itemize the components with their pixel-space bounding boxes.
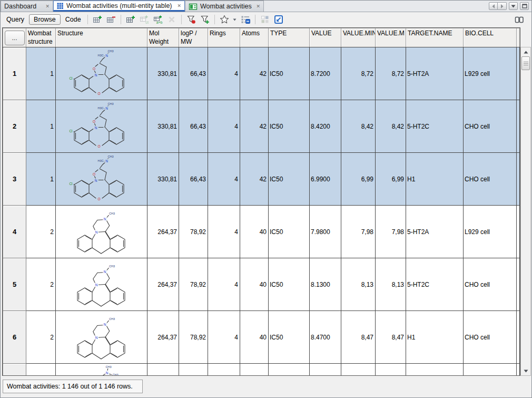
cell-value-min[interactable]: 6,99 (341, 153, 376, 206)
add-chemical-terms-field-button[interactable]: ct (139, 14, 150, 25)
cell-target-name[interactable] (406, 364, 464, 376)
cell-bio-cell[interactable]: CHO cell (464, 258, 517, 311)
cell-structure[interactable] (56, 100, 147, 153)
edit-filter-button[interactable] (185, 14, 197, 25)
cell-type[interactable]: IC50 (269, 258, 310, 311)
column-header-structure[interactable]: Structure (56, 28, 147, 47)
cell-structure[interactable] (56, 153, 147, 206)
cell-value[interactable]: 8.4200 (310, 100, 341, 153)
row-number[interactable]: 6 (3, 311, 26, 364)
cell-target-name[interactable]: 5-HT2A (406, 47, 464, 100)
cell-value-min[interactable] (341, 364, 376, 376)
cell-logp-mw[interactable]: 66,43 (179, 100, 208, 153)
column-header-target-name[interactable]: TARGET.NAME (406, 28, 464, 47)
cell-value-min[interactable]: 7,98 (341, 206, 376, 258)
row-number[interactable] (3, 364, 26, 376)
cell-rings[interactable]: 4 (208, 311, 240, 364)
cell-atoms[interactable]: 42 (240, 100, 269, 153)
cell-atoms[interactable]: 42 (240, 153, 269, 206)
favorites-dropdown-caret[interactable] (232, 14, 238, 25)
row-number[interactable]: 4 (3, 206, 26, 258)
cell-bio-cell[interactable]: L929 cell (464, 206, 517, 258)
scroll-tabs-right-button[interactable] (498, 2, 507, 10)
cell-value-max[interactable]: 8,13 (376, 258, 406, 311)
cell-value-min[interactable]: 8,72 (341, 47, 376, 100)
grid-view-button[interactable] (259, 14, 271, 25)
cell-atoms[interactable]: 40 (240, 258, 269, 311)
code-mode-button[interactable]: Code (63, 15, 84, 24)
cell-mol-weight[interactable]: 264,37 (147, 206, 179, 258)
tab-list-dropdown-button[interactable] (509, 2, 518, 10)
cell-atoms[interactable]: 40 (240, 311, 269, 364)
manage-lists-button[interactable] (240, 14, 251, 25)
tab-dashboard[interactable]: Dashboard ✕ (1, 1, 53, 12)
remove-row-button[interactable] (105, 14, 117, 25)
column-header-logp-mw[interactable]: logP / MW (179, 28, 208, 47)
close-icon[interactable]: ✕ (45, 4, 50, 9)
column-header-value-max[interactable]: VALUE.M (376, 28, 406, 47)
cell-logp-mw[interactable]: 78,92 (179, 311, 208, 364)
cell-type[interactable]: IC50 (269, 100, 310, 153)
cell-structure[interactable] (56, 47, 147, 100)
tab-wombat-multi-entity-table[interactable]: Wombat activities (multi-entity table) ✕ (53, 1, 185, 12)
scrollbar-down-button[interactable] (521, 367, 530, 375)
cell-mol-weight[interactable]: 330,81 (147, 47, 179, 100)
open-in-new-window-button[interactable] (273, 14, 284, 25)
cell-value-max[interactable]: 8,72 (376, 47, 406, 100)
cell-wombat-structure[interactable]: 1 (26, 47, 56, 100)
scrollbar-thumb[interactable] (521, 56, 530, 70)
cell-target-name[interactable]: H1 (406, 153, 464, 206)
cell-type[interactable]: IC50 (269, 47, 310, 100)
query-mode-button[interactable]: Query (4, 15, 27, 24)
cell-mol-weight[interactable]: 330,81 (147, 153, 179, 206)
cell-wombat-structure[interactable] (26, 364, 56, 376)
cell-logp-mw[interactable]: 66,43 (179, 153, 208, 206)
cell-mol-weight[interactable]: 264,37 (147, 258, 179, 311)
cell-value[interactable]: 8.7200 (310, 47, 341, 100)
cell-type[interactable]: IC50 (269, 153, 310, 206)
book-icon[interactable] (514, 14, 525, 25)
cell-value-max[interactable]: 7,98 (376, 206, 406, 258)
row-number[interactable]: 5 (3, 258, 26, 311)
column-header-value[interactable]: VALUE (310, 28, 341, 47)
maximize-window-button[interactable] (520, 2, 529, 10)
cell-type[interactable]: IC50 (269, 206, 310, 258)
favorites-star-button[interactable] (219, 14, 230, 25)
cell-value-min[interactable]: 8,47 (341, 311, 376, 364)
cell-structure[interactable] (56, 364, 147, 376)
cell-rings[interactable]: 4 (208, 153, 240, 206)
column-options-button[interactable]: ... (5, 31, 25, 45)
scroll-tabs-left-button[interactable] (489, 2, 498, 10)
cell-rings[interactable]: 4 (208, 258, 240, 311)
cell-type[interactable]: IC50 (269, 311, 310, 364)
cell-wombat-structure[interactable]: 2 (26, 206, 56, 258)
cell-target-name[interactable]: 5-HT2C (406, 258, 464, 311)
cell-wombat-structure[interactable]: 2 (26, 311, 56, 364)
tab-wombat-activities[interactable]: Wombat activities ✕ (185, 1, 264, 12)
cell-atoms[interactable]: 40 (240, 206, 269, 258)
cell-logp-mw[interactable] (179, 364, 208, 376)
row-number[interactable]: 1 (3, 47, 26, 100)
column-header-type[interactable]: TYPE (269, 28, 310, 47)
cell-value-max[interactable] (376, 364, 406, 376)
cell-value[interactable]: 8.1300 (310, 258, 341, 311)
cell-mol-weight[interactable]: 330,81 (147, 100, 179, 153)
cell-logp-mw[interactable]: 66,43 (179, 47, 208, 100)
cell-rings[interactable]: 4 (208, 100, 240, 153)
column-header-atoms[interactable]: Atoms (240, 28, 269, 47)
vertical-scrollbar[interactable] (520, 47, 531, 376)
cell-wombat-structure[interactable]: 2 (26, 258, 56, 311)
cell-atoms[interactable]: 42 (240, 47, 269, 100)
cell-bio-cell[interactable] (464, 364, 517, 376)
browse-mode-button[interactable]: Browse (29, 14, 61, 25)
cell-target-name[interactable]: 5-HT2A (406, 206, 464, 258)
column-header-rings[interactable]: Rings (208, 28, 240, 47)
new-filter-button[interactable] (199, 14, 211, 25)
cell-value[interactable]: 7.9800 (310, 206, 341, 258)
cell-target-name[interactable]: 5-HT2C (406, 100, 464, 153)
row-number[interactable]: 3 (3, 153, 26, 206)
cell-wombat-structure[interactable]: 1 (26, 100, 56, 153)
cell-value[interactable] (310, 364, 341, 376)
scrollbar-up-button[interactable] (521, 48, 530, 56)
cell-bio-cell[interactable]: CHO cell (464, 153, 517, 206)
